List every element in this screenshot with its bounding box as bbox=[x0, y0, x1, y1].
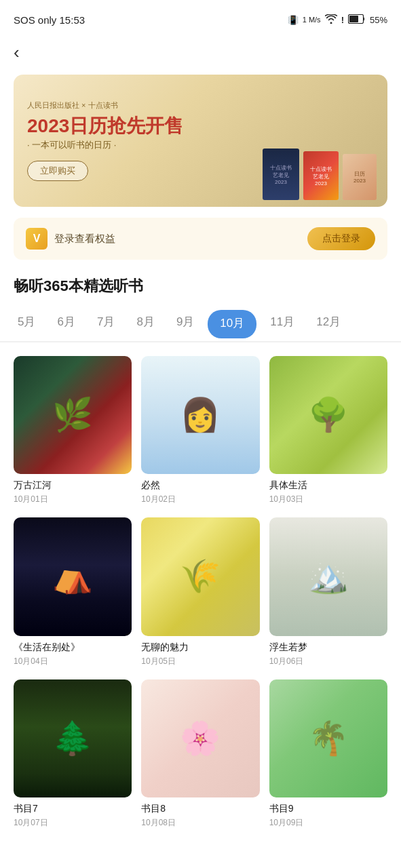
vip-letter: V bbox=[33, 233, 41, 245]
book-date-1: 10月01日 bbox=[14, 494, 132, 505]
book-date-5: 10月05日 bbox=[141, 656, 259, 667]
book-name-4: 《生活在别处》 bbox=[14, 642, 132, 654]
tab-september[interactable]: 9月 bbox=[166, 307, 205, 341]
book-item-7[interactable]: 书目7 10月07日 bbox=[14, 679, 132, 829]
banner-right: 十点读书艺老见2023 十点读书艺老见2023 日历2023 bbox=[252, 75, 387, 207]
banner-left: 人民日报出版社 × 十点读书 2023日历抢先开售 · 一本可以听书的日历 · … bbox=[14, 88, 252, 194]
book-name-2: 必然 bbox=[141, 479, 259, 492]
book-name-1: 万古江河 bbox=[14, 479, 132, 492]
login-banner: V 登录查看权益 点击登录 bbox=[14, 218, 387, 260]
book-item-1[interactable]: 万古江河 10月01日 bbox=[14, 356, 132, 505]
book-item-3[interactable]: 具体生活 10月03日 bbox=[269, 356, 387, 505]
book-stack: 十点读书艺老见2023 十点读书艺老见2023 日历2023 bbox=[263, 149, 377, 200]
book-item-9[interactable]: 书目9 10月09日 bbox=[269, 679, 387, 829]
book-name-7: 书目7 bbox=[14, 803, 132, 815]
nav-bar: ‹ bbox=[0, 37, 401, 68]
book-item-6[interactable]: 浮生若梦 10月06日 bbox=[269, 517, 387, 667]
book-item-8[interactable]: 书目8 10月08日 bbox=[141, 679, 259, 829]
book-name-3: 具体生活 bbox=[269, 479, 387, 492]
book-name-6: 浮生若梦 bbox=[269, 642, 387, 654]
wifi-icon bbox=[325, 14, 337, 26]
tab-may[interactable]: 5月 bbox=[7, 307, 46, 341]
month-tabs: 5月 6月 7月 8月 9月 10月 11月 12月 bbox=[0, 307, 401, 342]
book-cover-3: 日历2023 bbox=[343, 154, 377, 200]
tab-august[interactable]: 8月 bbox=[126, 307, 165, 341]
book-grid: 万古江河 10月01日 必然 10月02日 具体生活 10月03日 《生活在别处… bbox=[0, 342, 401, 829]
banner-subtitle: · 一本可以听书的日历 · bbox=[27, 139, 238, 151]
status-bar: SOS only 15:53 📳 1 M/s ! 55% bbox=[0, 0, 401, 37]
book-item-2[interactable]: 必然 10月02日 bbox=[141, 356, 259, 505]
book-date-6: 10月06日 bbox=[269, 656, 387, 667]
book-cover-img-8 bbox=[141, 679, 259, 797]
status-left: SOS only 15:53 bbox=[14, 14, 85, 26]
book-name-9: 书目9 bbox=[269, 803, 387, 815]
book-cover-img-6 bbox=[269, 517, 387, 635]
network-speed: 1 M/s bbox=[303, 16, 321, 24]
status-right: 📳 1 M/s ! 55% bbox=[288, 14, 387, 26]
banner-title: 2023日历抢先开售 bbox=[27, 116, 238, 137]
book-item-4[interactable]: 《生活在别处》 10月04日 bbox=[14, 517, 132, 667]
promo-banner[interactable]: 人民日报出版社 × 十点读书 2023日历抢先开售 · 一本可以听书的日历 · … bbox=[14, 75, 387, 207]
book-date-2: 10月02日 bbox=[141, 494, 259, 505]
book-cover-img-1 bbox=[14, 356, 132, 474]
book-name-5: 无聊的魅力 bbox=[141, 642, 259, 654]
svg-rect-1 bbox=[349, 16, 358, 22]
book-cover-1: 十点读书艺老见2023 bbox=[263, 149, 299, 200]
sos-text: SOS only 15:53 bbox=[14, 14, 85, 26]
tab-june[interactable]: 6月 bbox=[46, 307, 85, 341]
back-button[interactable]: ‹ bbox=[14, 43, 20, 61]
book-date-3: 10月03日 bbox=[269, 494, 387, 505]
login-button[interactable]: 点击登录 bbox=[307, 227, 375, 250]
book-cover-img-3 bbox=[269, 356, 387, 474]
book-cover-img-9 bbox=[269, 679, 387, 797]
tab-october[interactable]: 10月 bbox=[208, 310, 256, 338]
tab-november[interactable]: 11月 bbox=[259, 307, 305, 341]
tab-july[interactable]: 7月 bbox=[86, 307, 126, 341]
book-cover-img-7 bbox=[14, 679, 132, 797]
banner-buy-button[interactable]: 立即购买 bbox=[27, 161, 88, 181]
book-date-4: 10月04日 bbox=[14, 656, 132, 667]
book-item-5[interactable]: 无聊的魅力 10月05日 bbox=[141, 517, 259, 667]
book-name-8: 书目8 bbox=[141, 803, 259, 815]
book-date-8: 10月08日 bbox=[141, 817, 259, 829]
battery-icon bbox=[348, 14, 366, 26]
book-cover-img-5 bbox=[141, 517, 259, 635]
vibrate-icon: 📳 bbox=[288, 15, 299, 25]
book-cover-img-2 bbox=[141, 356, 259, 474]
login-banner-left: V 登录查看权益 bbox=[26, 228, 115, 250]
book-cover-img-4 bbox=[14, 517, 132, 635]
battery-percent: 55% bbox=[370, 15, 387, 25]
book-cover-2: 十点读书艺老见2023 bbox=[303, 151, 339, 200]
banner-publisher: 人民日报出版社 × 十点读书 bbox=[27, 100, 238, 111]
book-date-7: 10月07日 bbox=[14, 817, 132, 829]
login-text: 登录查看权益 bbox=[54, 233, 115, 245]
tab-december[interactable]: 12月 bbox=[305, 307, 351, 341]
vip-icon: V bbox=[26, 228, 47, 250]
warning-icon: ! bbox=[341, 15, 344, 25]
section-title: 畅听365本精选听书 bbox=[0, 273, 401, 307]
book-date-9: 10月09日 bbox=[269, 817, 387, 829]
